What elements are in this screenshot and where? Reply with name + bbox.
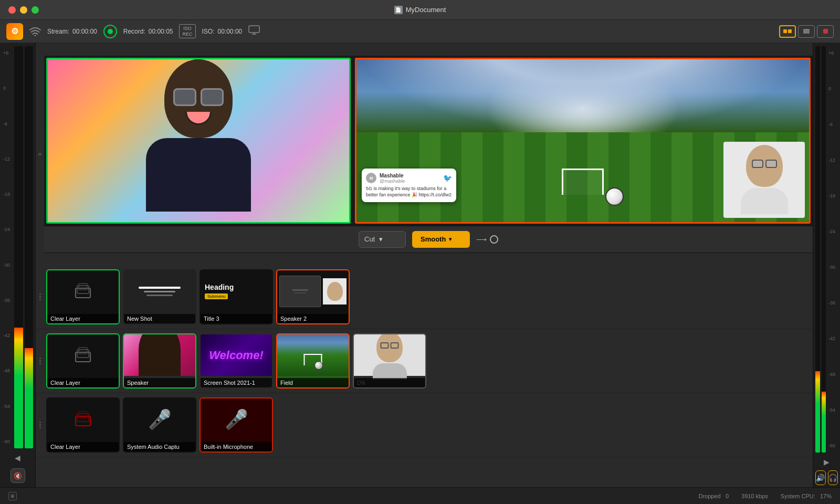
main-area: +6 0 -6 -12 -18 -24 -30 -36 -42 -48 -54 …: [0, 43, 840, 487]
row-2-handle[interactable]: [36, 329, 44, 393]
document-icon: 📄: [394, 6, 403, 14]
scenes-area: Clear Layer New Shot Hea: [36, 265, 813, 487]
pip-person: [723, 142, 805, 218]
speaker2-head: [327, 282, 343, 301]
statusbar-icon[interactable]: ⊞: [8, 492, 17, 500]
vu-labels-left: +6 0 -6 -12 -18 -24 -30 -36 -42 -48 -54 …: [2, 46, 13, 448]
row-1-handle[interactable]: [36, 265, 44, 329]
vu-right-inner: +6 0 -6 -12 -18 -24 -30 -36 -42 -48 -54 …: [813, 43, 840, 456]
mute-icon: 🔇: [14, 472, 22, 480]
title3-content: Heading Submenu: [201, 270, 272, 312]
vu-fill-left-1: [14, 328, 23, 448]
view-grid-button[interactable]: [779, 25, 796, 38]
maximize-button[interactable]: [32, 6, 39, 14]
twitter-card-header: M Mashable @mashable 🐦: [366, 173, 452, 184]
vu-left-collapse-button[interactable]: ◀: [0, 452, 35, 464]
smooth-button[interactable]: Smooth ▾: [412, 231, 470, 248]
tile-speaker-2[interactable]: Speaker 2: [276, 269, 350, 324]
preview-screens: M Mashable @mashable 🐦 5G is making it's…: [44, 56, 813, 226]
preview-frame-right: M Mashable @mashable 🐦 5G is making it's…: [355, 58, 811, 224]
vu-bar-left-2: [25, 46, 34, 448]
vu-left-mute-area: 🔇: [0, 464, 35, 487]
view-alt-button[interactable]: [817, 25, 834, 38]
dfk-glasses: [381, 342, 399, 349]
vu-bars-right: [815, 46, 826, 453]
audio-headphone-button[interactable]: 🎧: [828, 470, 838, 485]
row-3-handle[interactable]: [36, 393, 44, 457]
record-status: Record: 00:00:05: [123, 28, 173, 35]
vu-fill-right-2: [822, 392, 826, 453]
pip-head: [746, 145, 783, 187]
newshot-line-2: [144, 291, 175, 292]
wifi-icon[interactable]: [29, 27, 41, 36]
twitter-card-overlay: M Mashable @mashable 🐦 5G is making it's…: [362, 169, 456, 202]
record-button[interactable]: [103, 25, 117, 38]
single-rect: [803, 29, 810, 34]
tile-title-3[interactable]: Heading Submenu Title 3: [200, 269, 273, 324]
minimize-button[interactable]: [20, 6, 27, 14]
svg-rect-1: [249, 26, 259, 33]
tile-label-speaker: Speaker: [124, 378, 195, 387]
tile-system-audio[interactable]: 🎤 System Audio Captu: [123, 397, 196, 453]
tile-label-clear-layer-1: Clear Layer: [47, 314, 119, 323]
tile-label-speaker-2: Speaker 2: [277, 314, 349, 323]
vu-meter-right: +6 0 -6 -12 -18 -24 -30 -36 -42 -48 -54 …: [813, 43, 840, 487]
glass-right: [201, 88, 224, 106]
tile-label-clear-layer-2: Clear Layer: [47, 378, 119, 387]
window-title: 📄 MyDocument: [394, 6, 446, 14]
toolbar: ⚙ Stream: 00:00:00 Record: 00:00:05 ISO …: [0, 20, 840, 43]
system-audio-content: 🎤: [124, 398, 195, 440]
tile-clear-layer-2[interactable]: Clear Layer: [46, 333, 120, 388]
pip-glass-left: [752, 160, 763, 168]
tile-label-screenshot: Screen Shot 2021-1: [201, 378, 272, 387]
person-silhouette: [125, 59, 272, 222]
close-button[interactable]: [8, 6, 16, 14]
scene-tiles-row-2: Clear Layer Speaker Welcome!: [44, 329, 813, 393]
stream-label: Stream:: [47, 28, 69, 35]
vu-fill-right-1: [815, 371, 820, 453]
statusbar: ⊞ Dropped 0 3910 kbps System CPU: 17%: [0, 487, 840, 504]
tile-screenshot[interactable]: Welcome! Screen Shot 2021-1: [200, 333, 273, 388]
goal-post: [562, 169, 604, 195]
tile-dfk[interactable]: Dfk: [353, 333, 426, 388]
monitor-icon[interactable]: [248, 25, 260, 37]
statusbar-right: Dropped 0 3910 kbps System CPU: 17%: [699, 493, 832, 499]
dropped-label: Dropped 0: [699, 493, 729, 499]
cut-dropdown[interactable]: Cut ▾: [359, 231, 406, 248]
builtin-mic-content: 🎤: [201, 398, 272, 440]
audio-right-buttons: 🔊 🎧: [813, 468, 840, 487]
tile-clear-layer-1[interactable]: Clear Layer: [46, 269, 120, 324]
tile-label-new-shot: New Shot: [124, 314, 195, 323]
dfk-body: [373, 363, 407, 379]
dfk-face: [354, 334, 425, 376]
vu-left-mute-button[interactable]: 🔇: [10, 468, 25, 483]
tile-builtin-mic[interactable]: 🎤 Built-in Microphone: [200, 397, 273, 453]
titlebar: 📄 MyDocument: [0, 0, 840, 20]
cpu-status: System CPU: 17%: [781, 493, 832, 499]
twitter-bird-icon: 🐦: [443, 174, 452, 182]
view-single-button[interactable]: [798, 25, 815, 38]
vu-bar-left-1: [14, 46, 23, 448]
stream-time: 00:00:00: [72, 28, 97, 35]
tile-speaker[interactable]: Speaker: [123, 333, 196, 388]
cut-label: Cut: [364, 235, 375, 243]
title3-heading-text: Heading: [205, 283, 234, 291]
tile-new-shot[interactable]: New Shot: [123, 269, 196, 324]
vu-right-collapse-button[interactable]: ▶: [813, 456, 840, 468]
vu-bar-right-1: [815, 46, 820, 453]
audio-speaker-button[interactable]: 🔊: [815, 470, 826, 485]
layers-icon-2: [47, 334, 119, 376]
tile-clear-layer-3[interactable]: Clear Layer: [46, 397, 120, 453]
panel-collapse-button[interactable]: ‹‹: [36, 144, 44, 165]
vu-meter-left: +6 0 -6 -12 -18 -24 -30 -36 -42 -48 -54 …: [0, 43, 36, 487]
twitter-handle: @mashable: [380, 178, 405, 184]
tile-field[interactable]: Field: [276, 333, 350, 388]
stadium-roof: [356, 59, 809, 133]
welcome-content: Welcome!: [201, 334, 272, 376]
tile-label-field: Field: [277, 378, 349, 387]
preview-right-panel: M Mashable @mashable 🐦 5G is making it's…: [355, 58, 811, 224]
scene-row-2: Clear Layer Speaker Welcome!: [36, 329, 813, 393]
app-logo[interactable]: ⚙: [6, 23, 23, 40]
tile-label-title-3: Title 3: [201, 314, 272, 323]
iso-line1: ISO: [182, 26, 192, 32]
